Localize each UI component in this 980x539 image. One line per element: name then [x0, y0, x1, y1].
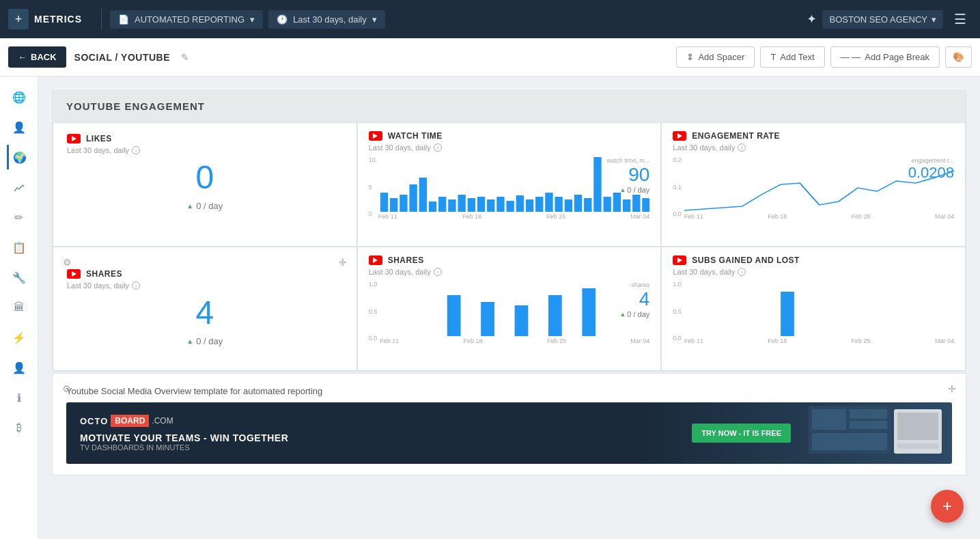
sidebar-item-building[interactable]: 🏛 — [7, 295, 31, 320]
shares-chart-label: shares — [631, 281, 649, 288]
sidebar-item-pen[interactable]: ✏ — [7, 205, 31, 230]
sidebar-item-list[interactable]: 📋 — [7, 235, 31, 260]
sidebar-item-analytics[interactable] — [7, 175, 31, 199]
banner-preview-svg — [809, 406, 945, 460]
subs-info-icon[interactable]: i — [738, 268, 746, 276]
second-bar: ← BACK SOCIAL / YOUTUBE ✎ ⇕ Add Spacer T… — [0, 38, 980, 77]
sidebar-item-lightning[interactable]: ⚡ — [7, 325, 31, 350]
top-nav: + METRICS 📄 AUTOMATED REPORTING ▾ 🕐 Last… — [0, 0, 980, 38]
add-text-button[interactable]: T Add Text — [760, 46, 824, 68]
fab-button[interactable]: + — [931, 490, 964, 523]
subs-svg-wrap: Feb 11 Feb 18 Feb 25 Mar 04 — [684, 281, 954, 344]
svg-rect-4 — [419, 178, 426, 212]
watch-time-svg-wrap: Feb 11 Feb 18 Feb 25 Mar 04 — [378, 157, 650, 220]
settings-icon: 🎨 — [953, 52, 964, 62]
svg-rect-0 — [380, 193, 388, 212]
likes-big-number: 0 — [67, 161, 343, 194]
subs-chart: 1.0 0.5 0.0 Feb 11 Feb 18 Feb 25 — [673, 281, 954, 344]
likes-card: LIKES Last 30 days, daily i 0 ▲ 0 / day — [53, 123, 356, 246]
banner-cta-button[interactable]: TRY NOW - IT IS FREE — [692, 424, 791, 443]
subs-card: SUBS GAINED AND LOST Last 30 days, daily… — [662, 247, 965, 370]
watch-time-title: WATCH TIME — [388, 131, 443, 141]
svg-rect-27 — [642, 198, 649, 212]
youtube-icon-engagement — [673, 131, 686, 141]
shares-chart-info-icon[interactable]: i — [434, 268, 442, 276]
svg-rect-36 — [850, 409, 887, 419]
add-spacer-button[interactable]: ⇕ Add Spacer — [676, 46, 755, 68]
engagement-x-labels: Feb 11 Feb 18 Feb 25 Mar 04 — [684, 213, 954, 220]
agency-label: BOSTON SEO AGENCY — [829, 14, 927, 25]
sidebar-item-build[interactable]: 🔧 — [7, 265, 31, 290]
template-move-icon[interactable]: ✛ — [948, 383, 956, 394]
settings-icon-button[interactable]: 🎨 — [945, 46, 972, 68]
back-button[interactable]: ← BACK — [8, 46, 66, 68]
spark-icon: ✦ — [807, 12, 817, 27]
svg-rect-10 — [477, 197, 485, 212]
svg-rect-1 — [390, 198, 397, 212]
svg-rect-7 — [448, 199, 456, 212]
shares-chart-per-day: ▲0 / day — [619, 310, 649, 318]
svg-rect-6 — [438, 197, 446, 212]
shares-per-day: ▲ 0 / day — [67, 336, 343, 346]
svg-rect-3 — [409, 184, 417, 212]
likes-info-icon[interactable]: i — [132, 146, 140, 154]
svg-rect-35 — [812, 409, 846, 430]
shares-chart-subtitle: Last 30 days, daily i — [369, 268, 650, 276]
section-title: SOCIAL / YOUTUBE — [74, 52, 171, 63]
subs-x-labels: Feb 11 Feb 18 Feb 25 Mar 04 — [684, 337, 954, 344]
logo-com: .COM — [152, 416, 173, 426]
sidebar-item-earth[interactable]: 🌍 — [7, 145, 31, 169]
sidebar-item-crypto[interactable]: ₿ — [7, 415, 31, 440]
sidebar-item-info[interactable]: ℹ — [7, 385, 31, 410]
sidebar-item-globe[interactable]: 🌐 — [7, 85, 31, 109]
banner-right-preview — [802, 406, 952, 460]
svg-rect-37 — [850, 421, 887, 429]
watch-time-arrow: ▲ — [619, 186, 626, 193]
subs-title: SUBS GAINED AND LOST — [692, 255, 800, 265]
engagement-y-labels: 0.2 0.1 0.0 — [673, 157, 682, 220]
date-selector[interactable]: 🕐 Last 30 days, daily ▾ — [268, 10, 385, 29]
section-header-title: YOUTUBE ENGAGEMENT — [66, 100, 205, 112]
shares-up-arrow: ▲ — [186, 337, 193, 345]
likes-per-day: ▲ 0 / day — [67, 201, 343, 211]
svg-rect-21 — [584, 198, 591, 212]
sidebar-item-people[interactable]: 👤 — [7, 115, 31, 139]
shares-title: SHARES — [86, 269, 122, 279]
watch-time-info-icon[interactable]: i — [434, 143, 442, 152]
shares-info-icon[interactable]: i — [132, 281, 140, 290]
watch-time-card: WATCH TIME Last 30 days, daily i watch t… — [358, 123, 661, 246]
subs-subtitle: Last 30 days, daily i — [673, 268, 954, 276]
svg-rect-38 — [812, 433, 887, 450]
engagement-info-icon[interactable]: i — [738, 143, 746, 152]
edit-icon[interactable]: ✎ — [181, 52, 189, 63]
sidebar-item-person[interactable]: 👤 — [7, 355, 31, 380]
template-gear-icon[interactable]: ⚙ — [62, 383, 71, 394]
shares-big-number: 4 — [67, 296, 343, 329]
youtube-icon-subs — [673, 255, 686, 265]
main-layout: 🌐 👤 🌍 ✏ 📋 🔧 🏛 ⚡ 👤 ℹ ₿ YOUTUBE ENGAGEMENT — [0, 77, 980, 539]
youtube-engagement-section: YOUTUBE ENGAGEMENT LIKES Last 30 days, d… — [52, 90, 966, 372]
reporting-doc-icon: 📄 — [118, 14, 129, 25]
add-button[interactable]: + — [8, 9, 29, 29]
left-sidebar: 🌐 👤 🌍 ✏ 📋 🔧 🏛 ⚡ 👤 ℹ ₿ — [0, 77, 38, 539]
shares-y-labels: 1.0 0.5 0.0 — [369, 281, 378, 344]
watch-time-subtitle: Last 30 days, daily i — [369, 143, 650, 152]
subs-y-labels: 1.0 0.5 0.0 — [673, 281, 682, 344]
svg-rect-26 — [632, 195, 640, 212]
watch-time-chart: 10 5 0 — [369, 157, 650, 220]
hamburger-button[interactable]: ☰ — [949, 8, 972, 30]
watch-time-x-labels: Feb 11 Feb 18 Feb 25 Mar 04 — [378, 213, 650, 220]
reporting-selector[interactable]: 📄 AUTOMATED REPORTING ▾ — [110, 10, 263, 29]
agency-chevron-icon: ▾ — [932, 14, 936, 25]
shares-gear-icon[interactable]: ⚙ — [63, 257, 72, 268]
agency-selector[interactable]: BOSTON SEO AGENCY ▾ — [822, 10, 943, 29]
engagement-chart-label: engagement r... — [911, 157, 954, 164]
banner-sub: TV DASHBOARDS IN MINUTES — [80, 443, 678, 452]
shares-x-labels: Feb 11 Feb 18 Feb 25 Mar 04 — [380, 337, 649, 344]
add-text-label: Add Text — [780, 52, 814, 62]
svg-rect-32 — [583, 288, 596, 336]
shares-move-icon[interactable]: ✛ — [339, 257, 347, 268]
banner-logo: OCTO BOARD .COM — [80, 415, 678, 427]
template-banner: OCTO BOARD .COM MOTIVATE YOUR TEAMS - WI… — [66, 402, 952, 464]
add-page-break-button[interactable]: — — Add Page Break — [830, 46, 940, 68]
